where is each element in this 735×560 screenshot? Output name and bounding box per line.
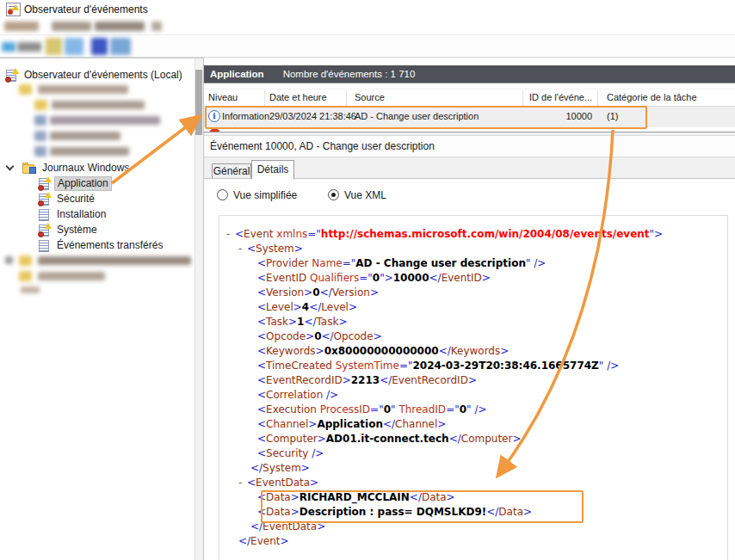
event-date: 29/03/2024 21:38:46 bbox=[269, 111, 356, 121]
results-pane-header: Application Nombre d'événements : 1 710 bbox=[204, 65, 735, 83]
folder-logs-icon bbox=[22, 163, 36, 174]
toolbar[interactable] bbox=[0, 34, 735, 58]
column-separator[interactable] bbox=[522, 91, 523, 106]
event-source: AD - Change user description bbox=[355, 111, 479, 121]
xml-line: <Version>0</Version> bbox=[226, 286, 727, 300]
xml-line: <Computer>AD01.it-connect.tech</Computer… bbox=[226, 432, 727, 446]
event-task-category: (1) bbox=[607, 111, 618, 121]
event-detail-title: Événement 10000, AD - Change user descri… bbox=[210, 140, 435, 152]
tree-item-label: Installation bbox=[54, 208, 108, 221]
sidebar-scrollbar-thumb[interactable] bbox=[195, 70, 202, 135]
xml-line: <Channel>Application</Channel> bbox=[226, 417, 727, 432]
xml-line: <Data>Description : pass= DQMSLKD9!</Dat… bbox=[226, 505, 727, 520]
column-header-3[interactable]: Source bbox=[355, 92, 385, 102]
collapse-marker-icon[interactable]: - bbox=[238, 242, 247, 256]
console-tree: Observateur d'événements (Local) Journau… bbox=[0, 58, 204, 560]
xml-line: </System> bbox=[226, 461, 727, 476]
xml-line: -<EventData> bbox=[226, 476, 727, 490]
tree-item-label: Événements transférés bbox=[54, 239, 165, 252]
tree-item-label: Sécurité bbox=[54, 193, 97, 206]
log-icon bbox=[38, 240, 51, 252]
tree-item-syst-me[interactable]: Système bbox=[38, 223, 100, 237]
log-icon bbox=[38, 209, 51, 221]
xml-line: <Data>RICHARD_MCCLAIN</Data> bbox=[226, 490, 727, 505]
column-header-4[interactable]: ID de l'événe... bbox=[529, 92, 592, 102]
xml-line: <Correlation /> bbox=[226, 388, 727, 403]
tree-root[interactable]: Observateur d'événements (Local) bbox=[5, 68, 185, 83]
tree-item-label: Application bbox=[54, 176, 112, 191]
xml-line: -<System> bbox=[226, 242, 727, 256]
column-separator[interactable] bbox=[597, 91, 598, 106]
tree-group-journaux-windows[interactable]: Journaux Windows bbox=[22, 161, 132, 175]
xml-line: <Task>1</Task> bbox=[226, 315, 727, 329]
toolbar-button-blurred bbox=[17, 42, 41, 52]
tree-item-label: Système bbox=[54, 224, 100, 237]
menu-bar[interactable] bbox=[0, 19, 735, 34]
xml-line: -<Event xmlns="http://schemas.microsoft.… bbox=[226, 227, 727, 242]
results-pane-title: Application bbox=[210, 69, 264, 79]
tab-details[interactable]: Détails bbox=[251, 160, 294, 180]
info-icon: i bbox=[208, 110, 220, 122]
collapse-marker-icon[interactable]: - bbox=[226, 227, 235, 242]
tree-item-installation[interactable]: Installation bbox=[38, 207, 108, 222]
event-viewer-window: Observateur d'événements Observateur d'é… bbox=[0, 0, 735, 560]
toolbar-button-blurred bbox=[91, 38, 108, 55]
tree-root-label: Observateur d'événements (Local) bbox=[22, 69, 185, 82]
tree-item--v-nements-transf-r-s[interactable]: Événements transférés bbox=[38, 238, 165, 253]
event-count: Nombre d'événements : 1 710 bbox=[283, 69, 416, 79]
event-viewer-icon bbox=[5, 70, 18, 82]
xml-view-options: Vue simplifiée Vue XML bbox=[204, 188, 735, 204]
column-header-2[interactable]: Date et heure bbox=[269, 92, 327, 102]
radio-vue-simplifiee-label: Vue simplifiée bbox=[233, 189, 297, 201]
event-log-icon bbox=[38, 178, 51, 190]
xml-view[interactable]: -<Event xmlns="http://schemas.microsoft.… bbox=[219, 215, 728, 560]
xml-line: <Opcode>0</Opcode> bbox=[226, 329, 727, 344]
detail-tabstrip: Général Détails bbox=[204, 157, 735, 179]
xml-line: <Keywords>0x80000000000000</Keywords> bbox=[226, 344, 727, 359]
chevron-expanded-icon[interactable] bbox=[6, 163, 15, 171]
tab-general[interactable]: Général bbox=[212, 163, 251, 179]
toolbar-button-blurred bbox=[46, 38, 62, 55]
event-id: 10000 bbox=[523, 111, 592, 121]
column-header-1[interactable]: Niveau bbox=[208, 92, 238, 102]
tree-item-s-curit-[interactable]: Sécurité bbox=[38, 192, 97, 206]
collapse-marker-icon[interactable]: - bbox=[238, 476, 247, 490]
tree-group-label: Journaux Windows bbox=[40, 162, 132, 175]
column-separator[interactable] bbox=[264, 91, 265, 106]
xml-line: <Security /> bbox=[226, 446, 727, 461]
xml-line: <TimeCreated SystemTime="2024-03-29T20:3… bbox=[226, 359, 727, 373]
xml-line: <EventRecordID>2213</EventRecordID> bbox=[226, 373, 727, 388]
tree-item-application[interactable]: Application bbox=[38, 176, 112, 191]
xml-line: <Execution ProcessID="0" ThreadID="0" /> bbox=[226, 403, 727, 417]
toolbar-button-blurred bbox=[65, 38, 83, 55]
xml-line: </Event> bbox=[226, 534, 727, 549]
event-row[interactable]: i Information 29/03/2024 21:38:46 AD - C… bbox=[204, 107, 735, 127]
xml-line: <Level>4</Level> bbox=[226, 300, 727, 315]
radio-vue-simplifiee[interactable] bbox=[217, 189, 228, 200]
event-log-icon bbox=[38, 225, 51, 237]
toolbar-button-blurred bbox=[110, 38, 131, 55]
title-bar: Observateur d'événements bbox=[0, 0, 735, 19]
toolbar-button-blurred bbox=[2, 42, 15, 52]
window-title: Observateur d'événements bbox=[24, 3, 148, 15]
xml-line: <Provider Name="AD - Change user descrip… bbox=[226, 256, 727, 271]
radio-vue-xml[interactable] bbox=[328, 189, 339, 200]
column-header-5[interactable]: Catégorie de la tâche bbox=[607, 92, 697, 102]
xml-line: </EventData> bbox=[226, 520, 727, 534]
event-detail-header: Événement 10000, AD - Change user descri… bbox=[204, 136, 735, 157]
event-table-header: NiveauDate et heureSourceID de l'événe..… bbox=[204, 89, 735, 107]
xml-line: <EventID Qualifiers="0">10000</EventID> bbox=[226, 271, 727, 286]
event-log-icon bbox=[38, 194, 51, 206]
event-level: Information bbox=[222, 111, 269, 121]
radio-vue-xml-label: Vue XML bbox=[344, 189, 386, 201]
event-viewer-icon bbox=[6, 3, 21, 16]
column-separator[interactable] bbox=[346, 91, 347, 106]
